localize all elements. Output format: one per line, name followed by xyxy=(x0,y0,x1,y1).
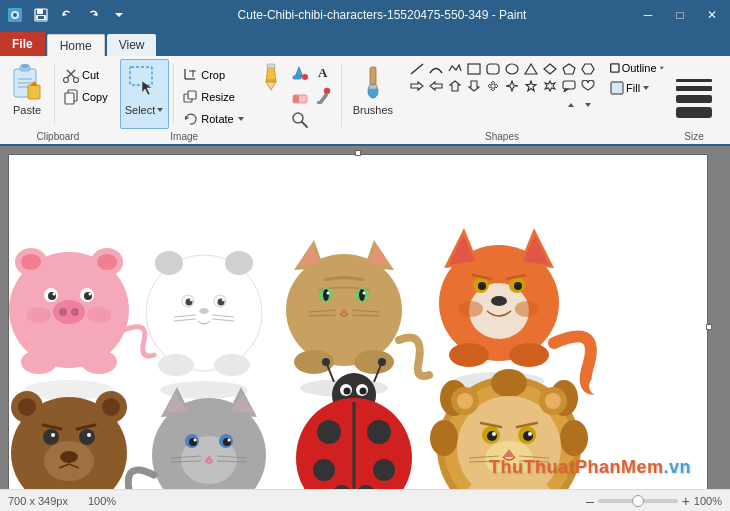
brushes-button[interactable]: Brushes xyxy=(348,59,398,131)
minimize-button[interactable]: ─ xyxy=(634,5,662,25)
tab-home[interactable]: Home xyxy=(47,34,105,56)
shapes-scroll-down[interactable] xyxy=(580,98,596,112)
title-bar: Cute-Chibi-chibi-characters-15520475-550… xyxy=(0,0,730,30)
rotate-button[interactable]: Rotate xyxy=(178,109,248,129)
shape-arrow-down[interactable] xyxy=(465,78,483,94)
shape-curve[interactable] xyxy=(427,61,445,77)
shape-4-arrow[interactable] xyxy=(484,78,502,94)
svg-point-220 xyxy=(523,431,533,441)
shape-arrow-r[interactable] xyxy=(408,78,426,94)
svg-point-108 xyxy=(158,354,194,376)
shape-arrow-up[interactable] xyxy=(446,78,464,94)
svg-point-222 xyxy=(528,432,532,436)
resize-handle-right[interactable] xyxy=(706,324,712,330)
tab-file[interactable]: File xyxy=(0,32,45,56)
size-4-button[interactable] xyxy=(676,107,712,118)
fill-tool[interactable] xyxy=(289,61,311,83)
svg-marker-34 xyxy=(238,117,244,121)
svg-marker-8 xyxy=(93,12,97,16)
zoom-in-icon[interactable]: + xyxy=(682,493,690,509)
svg-point-193 xyxy=(360,388,367,395)
fill-icon xyxy=(610,81,624,95)
zoom-slider[interactable] xyxy=(598,499,678,503)
svg-point-197 xyxy=(367,420,391,444)
svg-point-157 xyxy=(51,433,55,437)
svg-rect-37 xyxy=(267,64,275,68)
svg-marker-63 xyxy=(488,81,498,91)
magnifier-tool[interactable] xyxy=(289,109,311,131)
svg-rect-53 xyxy=(487,64,499,74)
copy-button[interactable]: Copy xyxy=(59,87,112,107)
svg-point-221 xyxy=(492,432,496,436)
shape-hexagon[interactable] xyxy=(579,61,597,77)
svg-marker-25 xyxy=(142,81,152,95)
shape-pentagon[interactable] xyxy=(560,61,578,77)
svg-point-54 xyxy=(506,64,518,74)
tools-group: A xyxy=(253,56,402,144)
shape-callout[interactable] xyxy=(560,78,578,94)
cut-button[interactable]: Cut xyxy=(59,65,112,85)
resize-handle-top[interactable] xyxy=(355,150,361,156)
app-icon[interactable] xyxy=(4,4,26,26)
canvas-area[interactable]: ThuThuatPhanMem.vn xyxy=(0,146,730,489)
tab-view[interactable]: View xyxy=(107,34,157,56)
text-tool[interactable]: A xyxy=(313,61,335,83)
shape-triangle[interactable] xyxy=(522,61,540,77)
svg-rect-50 xyxy=(369,85,377,89)
svg-point-161 xyxy=(60,451,78,463)
canvas-wrapper: ThuThuatPhanMem.vn xyxy=(8,154,708,489)
size-3-button[interactable] xyxy=(676,95,712,103)
save-button[interactable] xyxy=(30,4,52,26)
shape-line[interactable] xyxy=(408,61,426,77)
shape-star6[interactable] xyxy=(541,78,559,94)
fill-button[interactable]: Fill xyxy=(606,79,668,97)
svg-point-214 xyxy=(457,393,473,409)
outline-button[interactable]: Outline xyxy=(606,59,668,77)
eraser-tool[interactable] xyxy=(289,85,311,107)
canvas[interactable]: ThuThuatPhanMem.vn xyxy=(8,154,708,489)
svg-point-198 xyxy=(313,459,335,481)
svg-point-139 xyxy=(478,282,486,290)
color-group: Color 1 xyxy=(716,56,730,144)
zoom-out-icon[interactable]: – xyxy=(586,493,594,509)
svg-point-219 xyxy=(487,431,497,441)
window-title: Cute-Chibi-chibi-characters-15520475-550… xyxy=(134,8,630,22)
shapes-scroll-up[interactable] xyxy=(563,98,579,112)
color-picker-tool[interactable] xyxy=(313,85,335,107)
svg-marker-68 xyxy=(564,89,568,92)
redo-button[interactable] xyxy=(82,4,104,26)
svg-point-92 xyxy=(81,350,117,374)
resize-button[interactable]: Resize xyxy=(178,87,248,107)
svg-point-87 xyxy=(59,308,67,316)
ribbon: Paste Cut xyxy=(0,56,730,146)
shape-star5[interactable] xyxy=(522,78,540,94)
svg-marker-69 xyxy=(568,103,574,107)
size-1-button[interactable] xyxy=(676,79,712,82)
svg-rect-32 xyxy=(188,91,196,99)
shape-rounded-rect[interactable] xyxy=(484,61,502,77)
shape-rect[interactable] xyxy=(465,61,483,77)
shape-ellipse[interactable] xyxy=(503,61,521,77)
select-button[interactable]: Select xyxy=(120,59,170,129)
pencil-tool[interactable] xyxy=(257,59,285,131)
paste-button[interactable]: Paste xyxy=(4,59,50,129)
customize-qa-button[interactable] xyxy=(108,4,130,26)
svg-point-145 xyxy=(515,301,539,317)
svg-rect-4 xyxy=(37,9,43,14)
zoom-text: 100% xyxy=(88,495,116,507)
shape-arrow-l[interactable] xyxy=(427,78,445,94)
crop-button[interactable]: Crop xyxy=(178,65,248,85)
undo-button[interactable] xyxy=(56,4,78,26)
svg-rect-71 xyxy=(611,64,619,72)
svg-point-156 xyxy=(79,429,95,445)
shape-star4[interactable] xyxy=(503,78,521,94)
maximize-button[interactable]: □ xyxy=(666,5,694,25)
shape-heart[interactable] xyxy=(579,78,597,94)
svg-marker-65 xyxy=(526,81,536,91)
size-2-button[interactable] xyxy=(676,86,712,91)
close-button[interactable]: ✕ xyxy=(698,5,726,25)
shape-diamond[interactable] xyxy=(541,61,559,77)
svg-point-216 xyxy=(545,393,561,409)
svg-point-119 xyxy=(359,289,365,301)
shape-freeform[interactable] xyxy=(446,61,464,77)
